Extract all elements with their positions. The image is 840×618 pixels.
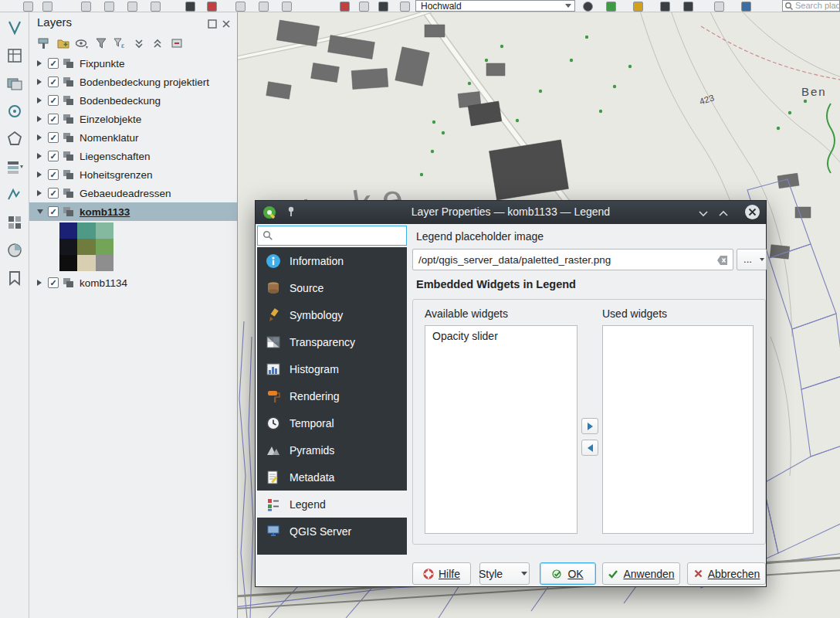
toolbar-icon[interactable] bbox=[660, 2, 670, 12]
layer-tree-item[interactable]: ✓ Fixpunkte bbox=[29, 54, 237, 73]
tab-transparency[interactable]: Transparency bbox=[257, 328, 407, 355]
tab-rendering[interactable]: Rendering bbox=[257, 382, 407, 409]
left-toolbar-icon[interactable] bbox=[5, 269, 24, 287]
map-themes-icon[interactable] bbox=[75, 36, 89, 50]
used-widgets-list[interactable] bbox=[602, 325, 754, 534]
left-toolbar-icon[interactable] bbox=[5, 185, 24, 204]
tab-legend[interactable]: Legend bbox=[257, 491, 407, 518]
tab-qgis-server[interactable]: QGIS Server bbox=[257, 518, 407, 545]
left-toolbar-icon[interactable] bbox=[5, 46, 24, 65]
filter-legend-icon[interactable] bbox=[94, 36, 108, 50]
expand-arrow-icon[interactable] bbox=[37, 79, 45, 85]
tab-symbology[interactable]: Symbology bbox=[257, 301, 407, 328]
toolbar-icon[interactable] bbox=[23, 2, 33, 12]
properties-search-input[interactable] bbox=[276, 230, 400, 242]
layer-tree-item[interactable]: ✓ Bodenbedeckung projektiert bbox=[29, 73, 237, 91]
expand-arrow-icon[interactable] bbox=[37, 116, 45, 122]
layer-tree-item[interactable]: ✓ Nomenklatur bbox=[29, 128, 237, 147]
left-toolbar-icon[interactable] bbox=[5, 158, 24, 176]
toolbar-icon[interactable] bbox=[104, 2, 114, 12]
layer-checkbox[interactable]: ✓ bbox=[48, 76, 59, 87]
move-left-button[interactable] bbox=[581, 440, 598, 456]
layer-checkbox[interactable]: ✓ bbox=[48, 277, 59, 288]
chevron-down-icon[interactable] bbox=[698, 208, 709, 222]
toolbar-icon[interactable] bbox=[340, 2, 350, 12]
tab-temporal[interactable]: Temporal bbox=[257, 409, 407, 436]
layer-tree-item[interactable]: ✓ Gebaeudeadressen bbox=[29, 184, 237, 202]
toolbar-icon[interactable] bbox=[185, 2, 195, 12]
toolbar-icon[interactable] bbox=[741, 2, 751, 12]
layer-tree-item[interactable]: ✓ Einzelobjekte bbox=[29, 110, 237, 128]
properties-search-box[interactable] bbox=[257, 226, 407, 246]
layer-tree-item[interactable]: ✓ Bodenbedeckung bbox=[29, 91, 237, 110]
toolbar-icon[interactable] bbox=[42, 2, 52, 12]
collapse-arrow-icon[interactable] bbox=[37, 209, 45, 214]
help-button[interactable]: Hilfe bbox=[412, 562, 471, 585]
list-item[interactable]: Opacity slider bbox=[425, 326, 577, 346]
left-toolbar-icon[interactable] bbox=[5, 19, 24, 37]
toolbar-icon[interactable] bbox=[378, 2, 388, 12]
browse-dropdown-icon[interactable] bbox=[758, 249, 767, 270]
left-toolbar-icon[interactable] bbox=[5, 130, 24, 148]
available-widgets-list[interactable]: Opacity slider bbox=[425, 325, 578, 534]
layer-tree-item[interactable]: ✓ Liegenschaften bbox=[29, 147, 237, 165]
toolbar-icon[interactable] bbox=[400, 2, 410, 12]
toolbar-icon[interactable] bbox=[633, 2, 643, 12]
toolbar-icon[interactable] bbox=[359, 2, 369, 12]
placeholder-path-input[interactable] bbox=[418, 250, 713, 269]
chevron-up-icon[interactable] bbox=[718, 208, 729, 222]
tab-pyramids[interactable]: Pyramids bbox=[257, 436, 407, 464]
toolbar-icon[interactable] bbox=[151, 2, 161, 12]
layer-checkbox[interactable]: ✓ bbox=[48, 188, 59, 199]
expand-all-icon[interactable] bbox=[132, 36, 146, 50]
layer-tree-item[interactable]: ✓ Hoheitsgrenzen bbox=[29, 165, 237, 184]
search-place-input[interactable]: Search place, stre bbox=[782, 0, 840, 12]
expand-arrow-icon[interactable] bbox=[37, 60, 45, 66]
layer-tree-item-selected[interactable]: ✓ komb1133 bbox=[29, 202, 237, 221]
toolbar-icon[interactable] bbox=[259, 2, 269, 12]
toolbar-icon[interactable] bbox=[683, 2, 693, 12]
layer-checkbox[interactable]: ✓ bbox=[48, 58, 59, 69]
add-group-icon[interactable] bbox=[56, 36, 70, 50]
layer-styling-icon[interactable] bbox=[37, 36, 51, 50]
toolbar-icon[interactable] bbox=[207, 2, 217, 12]
info-badge-icon[interactable] bbox=[583, 2, 593, 12]
filter-expression-icon[interactable]: ε bbox=[113, 36, 127, 50]
left-toolbar-icon[interactable] bbox=[5, 241, 24, 260]
cancel-button[interactable]: Abbrechen bbox=[687, 562, 766, 585]
toolbar-icon[interactable] bbox=[606, 2, 616, 12]
toolbar-icon[interactable] bbox=[81, 2, 91, 12]
move-right-button[interactable] bbox=[581, 418, 598, 434]
expand-arrow-icon[interactable] bbox=[37, 153, 45, 159]
layer-checkbox[interactable]: ✓ bbox=[48, 132, 59, 143]
left-toolbar-icon[interactable] bbox=[5, 74, 24, 93]
toolbar-icon[interactable] bbox=[127, 2, 137, 12]
toolbar-icon[interactable] bbox=[282, 2, 292, 12]
expand-arrow-icon[interactable] bbox=[37, 97, 45, 104]
collapse-all-icon[interactable] bbox=[151, 36, 164, 50]
dialog-titlebar[interactable]: Layer Properties — komb1133 — Legend bbox=[256, 201, 766, 224]
ok-button[interactable]: OK bbox=[540, 562, 596, 585]
expand-arrow-icon[interactable] bbox=[37, 171, 45, 178]
map-theme-combobox[interactable]: Hochwald bbox=[415, 0, 575, 12]
close-icon[interactable] bbox=[745, 205, 760, 219]
toolbar-icon[interactable] bbox=[235, 2, 246, 12]
layer-checkbox[interactable]: ✓ bbox=[48, 169, 59, 180]
panel-options-icon[interactable] bbox=[208, 18, 217, 27]
tab-histogram[interactable]: Histogram bbox=[257, 355, 407, 382]
left-toolbar-icon[interactable] bbox=[5, 213, 24, 232]
layer-tree-item[interactable]: ✓ komb1134 bbox=[29, 273, 237, 292]
apply-button[interactable]: Anwenden bbox=[602, 562, 680, 585]
remove-layer-icon[interactable] bbox=[170, 36, 184, 50]
layer-checkbox[interactable]: ✓ bbox=[48, 114, 59, 124]
style-button[interactable]: Style bbox=[479, 562, 530, 585]
left-toolbar-icon[interactable] bbox=[5, 102, 24, 121]
tab-source[interactable]: Source bbox=[257, 274, 407, 301]
tab-metadata[interactable]: Metadata bbox=[257, 464, 407, 491]
tab-information[interactable]: Information bbox=[257, 247, 407, 274]
layer-checkbox[interactable]: ✓ bbox=[48, 206, 59, 217]
browse-button[interactable]: ... bbox=[737, 249, 759, 270]
panel-close-icon[interactable] bbox=[222, 18, 231, 27]
expand-arrow-icon[interactable] bbox=[37, 134, 45, 141]
placeholder-path-field[interactable] bbox=[412, 249, 733, 270]
